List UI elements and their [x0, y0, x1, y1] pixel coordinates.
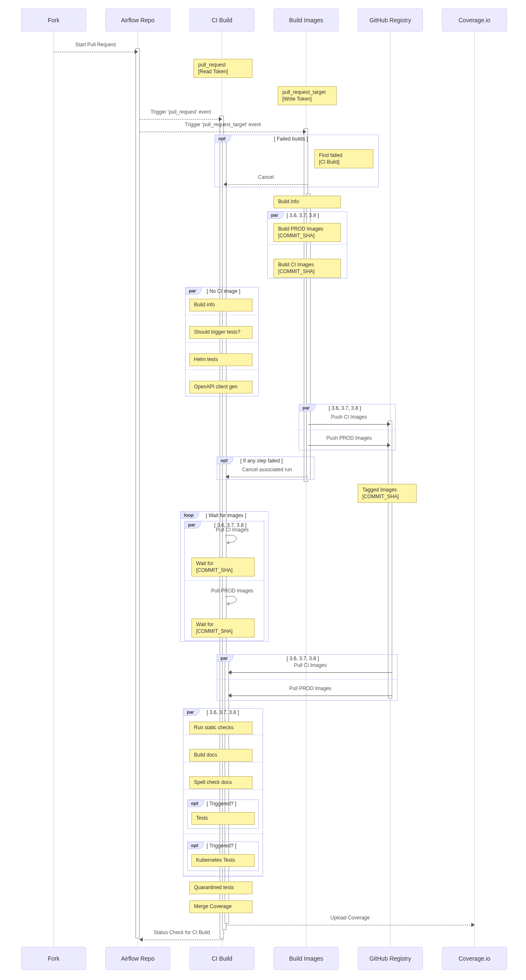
- participant-label: CI Build: [212, 955, 232, 962]
- note-2: Find failed[CI Build]: [314, 149, 373, 168]
- note-0: pull_request[Read Token]: [194, 59, 252, 78]
- sequence-diagram: opt[ Failed builds ]par[ 3.6, 3.7, 3.8 ]…: [8, 8, 518, 972]
- message-line: [228, 696, 392, 696]
- message-label: Push PROD Images: [308, 435, 390, 441]
- note-15: Spell check docs: [189, 776, 252, 789]
- fragment-guard: [ If any step failed ]: [240, 458, 283, 464]
- participant-fork-top: Fork: [21, 8, 86, 32]
- note-line: [COMMIT_SHA]: [278, 268, 336, 275]
- note-1: pull_request_target[Write Token]: [278, 86, 337, 105]
- fragment-guard: [ 3.6, 3.7, 3.8 ]: [287, 656, 319, 661]
- participant-label: Coverage.io: [459, 955, 491, 962]
- message-label: Push CI Images: [308, 414, 390, 420]
- self-message-label: Pull CI Images: [199, 527, 266, 533]
- participant-fork-bottom: Fork: [21, 947, 86, 970]
- participant-label: Fork: [48, 955, 60, 962]
- note-line: Spell check docs: [194, 779, 248, 786]
- participant-label: Build Images: [289, 17, 323, 24]
- note-line: pull_request_target: [282, 89, 332, 96]
- message-label: Pull CI Images: [228, 662, 392, 668]
- note-line: Should trigger tests?: [194, 329, 248, 336]
- fragment-label: opt: [187, 842, 204, 849]
- message-8: Pull PROD Images: [228, 692, 392, 700]
- participant-label: GitHub Registry: [369, 17, 411, 24]
- arrow-head-icon: [219, 117, 222, 121]
- note-line: pull_request: [198, 62, 248, 69]
- message-line: [228, 672, 392, 673]
- message-label: Cancel associated run: [226, 467, 308, 473]
- fragment-label: par: [299, 404, 315, 412]
- note-line: [Read Token]: [198, 69, 248, 75]
- activation-0: [135, 48, 140, 938]
- lifeline-coverage: [474, 32, 475, 947]
- fragment-guard: [ Triggered? ]: [207, 801, 236, 807]
- note-line: OpenAPI client gen: [194, 384, 248, 390]
- note-4: Build PROD Images[COMMIT_SHA]: [274, 223, 341, 242]
- message-line: [140, 940, 224, 940]
- participant-coverage-bottom: Coverage.io: [442, 947, 507, 970]
- note-17: Kubernetes Tests: [191, 854, 255, 867]
- note-line: Build CI Images: [278, 262, 336, 268]
- note-line: Helm tests: [194, 356, 248, 363]
- note-14: Build docs: [189, 749, 252, 762]
- message-10: Status Check for CI Build: [140, 936, 224, 944]
- participant-label: Airflow Repo: [121, 17, 154, 24]
- note-line: Build PROD Images: [278, 226, 336, 233]
- note-line: Wait for: [196, 621, 250, 628]
- fragment-guard: [ Wait for images ]: [206, 513, 246, 518]
- participant-label: GitHub Registry: [369, 955, 411, 962]
- message-5: Push PROD Images: [308, 442, 390, 449]
- fragment-divider: [299, 430, 395, 430]
- fragment-divider: [183, 876, 263, 876]
- self-message-label: Pull PROD Images: [199, 588, 266, 594]
- participant-cibuild-top: CI Build: [189, 8, 255, 32]
- arrow-head-icon: [226, 475, 229, 479]
- arrow-head-icon: [228, 670, 231, 675]
- message-line: [226, 477, 308, 477]
- note-line: Run static checks: [194, 725, 248, 731]
- note-11: Wait for[COMMIT_SHA]: [191, 558, 255, 576]
- participant-label: Coverage.io: [459, 17, 491, 24]
- arrow-head-icon: [387, 422, 391, 426]
- fragment-divider: [183, 735, 263, 735]
- note-10: Tagged Images[COMMIT_SHA]: [358, 484, 417, 503]
- fragment-divider: [268, 244, 347, 245]
- note-line: Tagged Images: [362, 487, 412, 494]
- message-label: Trigger 'pull_request' event: [140, 109, 222, 115]
- fragment-label: par: [267, 211, 284, 219]
- message-label: Upload Coverage: [226, 915, 474, 921]
- message-label: Pull PROD Images: [228, 685, 392, 691]
- message-6: Cancel associated run: [226, 473, 308, 481]
- participant-label: Airflow Repo: [121, 955, 154, 962]
- fragment-label: par: [185, 287, 202, 295]
- note-line: Build docs: [194, 752, 248, 759]
- arrow-head-icon: [303, 130, 306, 134]
- note-line: Build info: [278, 199, 336, 205]
- fragment-guard: [ 3.6, 3.7, 3.8 ]: [287, 212, 319, 218]
- arrow-head-icon: [471, 923, 475, 927]
- fragment-divider: [183, 762, 263, 762]
- participant-buildimg-top: Build Images: [274, 8, 339, 32]
- fragment-divider: [186, 315, 258, 315]
- fragment-guard: [ Failed builds ]: [274, 136, 308, 142]
- message-9: Upload Coverage: [226, 922, 474, 929]
- message-label: Cancel: [224, 174, 308, 180]
- note-12: Wait for[COMMIT_SHA]: [191, 619, 255, 637]
- note-5: Build CI Images[COMMIT_SHA]: [274, 259, 341, 278]
- note-line: Find failed: [319, 152, 369, 159]
- participant-registry-top: GitHub Registry: [358, 8, 423, 32]
- message-line: [224, 184, 308, 185]
- note-9: OpenAPI client gen: [189, 381, 252, 393]
- self-message-loop-icon: [225, 534, 242, 544]
- note-line: [COMMIT_SHA]: [196, 567, 250, 574]
- fragment-divider: [185, 580, 264, 581]
- note-3: Build info: [274, 196, 341, 208]
- participant-coverage-top: Coverage.io: [442, 8, 507, 32]
- fragment-label: opt: [187, 799, 204, 807]
- message-label: Trigger 'pull_request_target' event: [140, 122, 306, 127]
- message-3: Cancel: [224, 181, 308, 189]
- message-0: Start Pull Request: [53, 48, 138, 56]
- message-label: Start Pull Request: [53, 42, 138, 48]
- message-line: [226, 925, 474, 925]
- fragment-label: opt: [217, 457, 233, 464]
